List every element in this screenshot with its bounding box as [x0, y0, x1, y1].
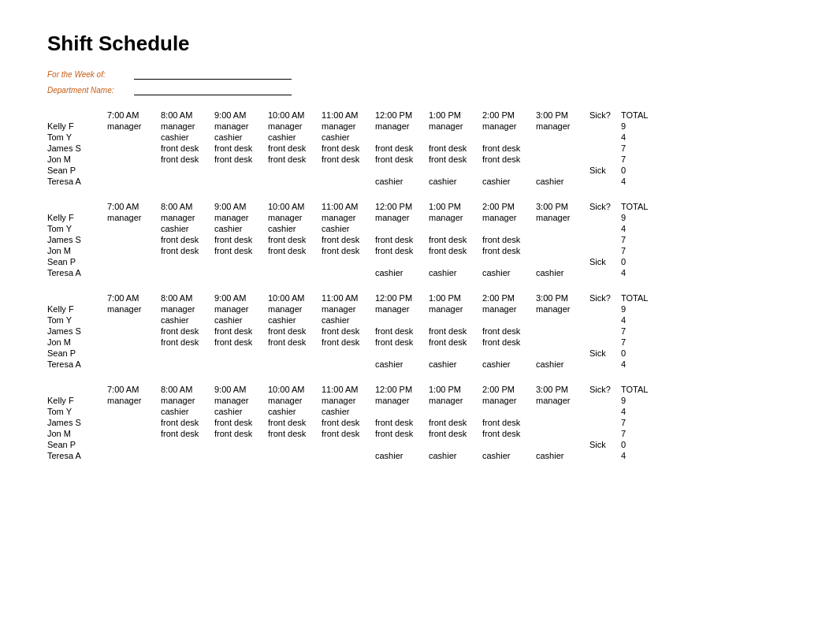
shift-cell: manager: [102, 395, 156, 406]
table-row: Sean PSick0: [47, 439, 653, 450]
header-time-8: 3:00 PM: [531, 201, 585, 212]
employee-name: Jon M: [47, 154, 102, 165]
shift-cell: front desk: [156, 326, 210, 337]
shift-cell: [478, 132, 531, 143]
shift-cell: front desk: [317, 337, 370, 348]
header-time-5: 12:00 PM: [370, 201, 424, 212]
shift-cell: [478, 348, 531, 359]
header-time-3: 10:00 AM: [263, 110, 317, 121]
shift-cell: [156, 256, 210, 267]
header-time-4: 11:00 AM: [317, 201, 370, 212]
shift-cell: [156, 348, 210, 359]
employee-name: Sean P: [47, 256, 102, 267]
shift-cell: front desk: [263, 326, 317, 337]
shift-cell: cashier: [478, 359, 531, 370]
sick-cell: [585, 337, 616, 348]
employee-name: Tom Y: [47, 315, 102, 326]
shift-cell: front desk: [478, 143, 531, 154]
shift-cell: front desk: [478, 337, 531, 348]
total-cell: 9: [616, 212, 653, 223]
header-time-3: 10:00 AM: [263, 292, 317, 303]
total-cell: 9: [616, 395, 653, 406]
shift-cell: [263, 450, 317, 461]
shift-cell: cashier: [531, 359, 585, 370]
shift-cell: manager: [478, 395, 531, 406]
shift-cell: cashier: [210, 406, 263, 417]
sick-cell: [585, 212, 616, 223]
sick-cell: Sick: [585, 256, 616, 267]
shift-cell: [531, 154, 585, 165]
shift-cell: [210, 165, 263, 176]
total-cell: 4: [616, 132, 653, 143]
shift-cell: front desk: [210, 326, 263, 337]
shift-cell: [531, 337, 585, 348]
shift-cell: front desk: [317, 326, 370, 337]
shift-cell: cashier: [424, 267, 478, 278]
shift-cell: front desk: [317, 154, 370, 165]
total-cell: 4: [616, 267, 653, 278]
shift-cell: [102, 417, 156, 428]
shift-cell: front desk: [263, 143, 317, 154]
schedule-container: 7:00 AM8:00 AM9:00 AM10:00 AM11:00 AM12:…: [47, 110, 786, 461]
shift-cell: [156, 450, 210, 461]
shift-cell: [102, 406, 156, 417]
shift-cell: [156, 439, 210, 450]
shift-cell: manager: [317, 395, 370, 406]
shift-cell: [317, 439, 370, 450]
shift-cell: manager: [156, 395, 210, 406]
shift-cell: cashier: [370, 267, 424, 278]
shift-cell: front desk: [317, 234, 370, 245]
shift-cell: cashier: [317, 406, 370, 417]
shift-cell: manager: [317, 121, 370, 132]
employee-name: Kelly F: [47, 212, 102, 223]
header-time-2: 9:00 AM: [210, 292, 263, 303]
table-row: Sean PSick0: [47, 165, 653, 176]
table-row: Teresa Acashiercashiercashiercashier4: [47, 176, 653, 187]
shift-cell: [531, 417, 585, 428]
employee-name: Jon M: [47, 337, 102, 348]
shift-cell: manager: [424, 121, 478, 132]
shift-cell: [317, 267, 370, 278]
shift-cell: [210, 348, 263, 359]
sick-cell: [585, 154, 616, 165]
header-total: TOTAL: [616, 292, 653, 303]
header-time-5: 12:00 PM: [370, 110, 424, 121]
week-input[interactable]: [134, 69, 292, 80]
table-row: Tom Ycashiercashiercashiercashier4: [47, 315, 653, 326]
shift-cell: cashier: [531, 450, 585, 461]
shift-cell: manager: [210, 303, 263, 315]
header-time-1: 8:00 AM: [156, 201, 210, 212]
shift-cell: manager: [156, 121, 210, 132]
shift-cell: front desk: [424, 154, 478, 165]
total-cell: 7: [616, 417, 653, 428]
employee-name: Teresa A: [47, 176, 102, 187]
shift-cell: front desk: [370, 154, 424, 165]
shift-cell: [210, 450, 263, 461]
employee-name: James S: [47, 326, 102, 337]
shift-cell: front desk: [317, 417, 370, 428]
dept-input[interactable]: [134, 84, 292, 95]
shift-cell: [317, 359, 370, 370]
table-row: Tom Ycashiercashiercashiercashier4: [47, 132, 653, 143]
total-cell: 9: [616, 121, 653, 132]
shift-cell: front desk: [478, 245, 531, 256]
shift-cell: manager: [263, 395, 317, 406]
header-time-6: 1:00 PM: [424, 292, 478, 303]
shift-cell: manager: [156, 212, 210, 223]
shift-cell: [478, 223, 531, 234]
sick-cell: [585, 326, 616, 337]
page-title: Shift Schedule: [47, 32, 786, 56]
table-row: James Sfront deskfront deskfront deskfro…: [47, 326, 653, 337]
shift-cell: [424, 439, 478, 450]
sick-cell: [585, 359, 616, 370]
table-row: Tom Ycashiercashiercashiercashier4: [47, 223, 653, 234]
shift-cell: manager: [424, 303, 478, 315]
shift-cell: [317, 176, 370, 187]
header-time-3: 10:00 AM: [263, 201, 317, 212]
shift-cell: cashier: [424, 450, 478, 461]
shift-cell: [478, 256, 531, 267]
shift-cell: manager: [531, 303, 585, 315]
shift-cell: cashier: [210, 223, 263, 234]
shift-cell: front desk: [478, 326, 531, 337]
shift-cell: front desk: [478, 154, 531, 165]
